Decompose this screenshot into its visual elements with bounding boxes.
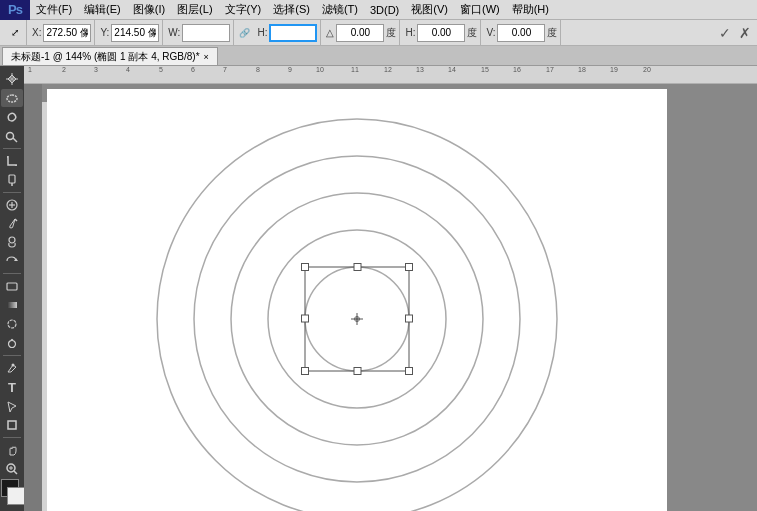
tab-close-button[interactable]: × bbox=[204, 52, 209, 62]
handle-bl bbox=[302, 368, 309, 375]
ruler-tick: 2 bbox=[62, 66, 66, 73]
menu-file[interactable]: 文件(F) bbox=[30, 0, 78, 19]
text-tool-icon: T bbox=[8, 380, 16, 395]
ruler-tick: 4 bbox=[126, 66, 130, 73]
tool-icon-group: ⤢ bbox=[4, 20, 27, 45]
svg-rect-17 bbox=[8, 421, 16, 429]
svg-point-10 bbox=[9, 237, 15, 243]
ruler-tick: 18 bbox=[578, 66, 586, 73]
handle-ml bbox=[302, 315, 309, 322]
menu-image[interactable]: 图像(I) bbox=[127, 0, 171, 19]
y-label: Y: bbox=[100, 27, 109, 38]
clone-stamp-tool[interactable] bbox=[1, 234, 23, 252]
menu-select[interactable]: 选择(S) bbox=[267, 0, 316, 19]
menu-filter[interactable]: 滤镜(T) bbox=[316, 0, 364, 19]
menu-edit[interactable]: 编辑(E) bbox=[78, 0, 127, 19]
w-input[interactable]: 20.00% bbox=[182, 24, 230, 42]
main-area: T bbox=[0, 66, 757, 511]
hand-tool[interactable] bbox=[1, 441, 23, 459]
ruler-tick: 16 bbox=[513, 66, 521, 73]
menu-3d[interactable]: 3D(D) bbox=[364, 0, 405, 19]
svg-rect-13 bbox=[7, 302, 17, 308]
eyedropper-tool[interactable] bbox=[1, 171, 23, 189]
shape-tool[interactable] bbox=[1, 416, 23, 434]
gradient-tool[interactable] bbox=[1, 296, 23, 314]
h2-input[interactable] bbox=[417, 24, 465, 42]
x-input[interactable] bbox=[43, 24, 91, 42]
svg-line-9 bbox=[15, 219, 17, 221]
active-tab[interactable]: 未标题-1 @ 144% (椭圆 1 副本 4, RGB/8)* × bbox=[2, 47, 218, 65]
horizontal-ruler: 1 2 3 4 5 6 7 8 9 10 11 12 13 14 15 16 1… bbox=[24, 66, 757, 84]
quick-selection-tool[interactable] bbox=[1, 127, 23, 145]
document-canvas[interactable] bbox=[47, 89, 667, 511]
tool-separator-2 bbox=[3, 192, 21, 193]
zoom-tool[interactable] bbox=[1, 460, 23, 478]
h2-unit: 度 bbox=[467, 26, 477, 40]
ruler-tick: 12 bbox=[384, 66, 392, 73]
menu-help[interactable]: 帮助(H) bbox=[506, 0, 555, 19]
marquee-tool[interactable] bbox=[1, 89, 23, 107]
eraser-tool[interactable] bbox=[1, 277, 23, 295]
move-tool[interactable] bbox=[1, 70, 23, 88]
ruler-tick: 19 bbox=[610, 66, 618, 73]
ruler-tick: 13 bbox=[416, 66, 424, 73]
blur-tool[interactable] bbox=[1, 315, 23, 333]
ruler-tick: 9 bbox=[288, 66, 292, 73]
lasso-tool[interactable] bbox=[1, 108, 23, 126]
text-tool[interactable]: T bbox=[1, 378, 23, 396]
rot-unit: 度 bbox=[386, 26, 396, 40]
h-group: H: 20.00% bbox=[254, 20, 321, 45]
ruler-tick: 6 bbox=[191, 66, 195, 73]
y-input[interactable] bbox=[111, 24, 159, 42]
ruler-tick: 8 bbox=[256, 66, 260, 73]
svg-line-3 bbox=[13, 138, 17, 142]
svg-rect-4 bbox=[9, 175, 15, 183]
svg-point-16 bbox=[12, 364, 15, 367]
svg-point-0 bbox=[11, 78, 13, 80]
ruler-tick: 3 bbox=[94, 66, 98, 73]
h-input[interactable]: 20.00% bbox=[269, 24, 317, 42]
dodge-tool[interactable] bbox=[1, 334, 23, 352]
ruler-tick: 10 bbox=[316, 66, 324, 73]
v-unit: 度 bbox=[547, 26, 557, 40]
background-color[interactable] bbox=[7, 487, 25, 505]
ruler-tick: 1 bbox=[28, 66, 32, 73]
menu-layer[interactable]: 图层(L) bbox=[171, 0, 218, 19]
svg-rect-1 bbox=[7, 95, 17, 102]
ruler-tick: 14 bbox=[448, 66, 456, 73]
transform-icon: ⤢ bbox=[7, 25, 23, 41]
cancel-icon[interactable]: ✗ bbox=[737, 25, 753, 41]
w-label: W: bbox=[168, 27, 180, 38]
ruler-tick: 7 bbox=[223, 66, 227, 73]
v-label: V: bbox=[486, 27, 495, 38]
crop-tool[interactable] bbox=[1, 152, 23, 170]
canvas-area: 1 2 3 4 5 6 7 8 9 10 11 12 13 14 15 16 1… bbox=[24, 66, 757, 511]
healing-tool[interactable] bbox=[1, 196, 23, 214]
history-brush-tool[interactable] bbox=[1, 252, 23, 270]
menu-type[interactable]: 文字(Y) bbox=[219, 0, 268, 19]
options-bar: ⤢ X: Y: W: 20.00% 🔗 H: 20.00% △ 度 H: 度 V… bbox=[0, 20, 757, 46]
path-selection-tool[interactable] bbox=[1, 397, 23, 415]
pen-tool[interactable] bbox=[1, 359, 23, 377]
v-input[interactable] bbox=[497, 24, 545, 42]
tools-panel: T bbox=[0, 66, 24, 511]
ruler-tick: 11 bbox=[351, 66, 359, 73]
svg-point-15 bbox=[9, 341, 16, 348]
handle-tm bbox=[354, 264, 361, 271]
handle-tl bbox=[302, 264, 309, 271]
menu-items: 文件(F) 编辑(E) 图像(I) 图层(L) 文字(Y) 选择(S) 滤镜(T… bbox=[30, 0, 555, 19]
rot-input[interactable] bbox=[336, 24, 384, 42]
svg-point-14 bbox=[8, 320, 16, 328]
link-icon[interactable]: 🔗 bbox=[236, 25, 252, 41]
menu-bar: Ps 文件(F) 编辑(E) 图像(I) 图层(L) 文字(Y) 选择(S) 滤… bbox=[0, 0, 757, 20]
ruler-tick: 5 bbox=[159, 66, 163, 73]
brush-tool[interactable] bbox=[1, 215, 23, 233]
tab-bar: 未标题-1 @ 144% (椭圆 1 副本 4, RGB/8)* × bbox=[0, 46, 757, 66]
ruler-tick: 15 bbox=[481, 66, 489, 73]
menu-window[interactable]: 窗口(W) bbox=[454, 0, 506, 19]
y-group: Y: bbox=[97, 20, 163, 45]
menu-view[interactable]: 视图(V) bbox=[405, 0, 454, 19]
color-swatches bbox=[1, 479, 23, 510]
handle-bm bbox=[354, 368, 361, 375]
commit-icon[interactable]: ✓ bbox=[717, 25, 733, 41]
